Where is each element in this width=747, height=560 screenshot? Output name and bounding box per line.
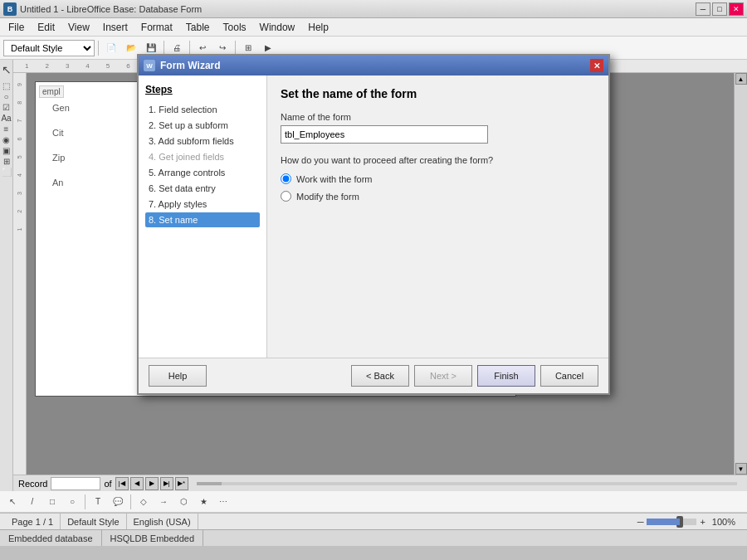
content-title: Set the name of the form: [281, 87, 595, 100]
proceed-question: How do you want to proceed after creatin…: [281, 155, 595, 165]
step-5[interactable]: 5. Arrange controls: [145, 165, 260, 180]
step-6[interactable]: 6. Set data entry: [145, 181, 260, 196]
dialog-title: Form Wizard: [160, 60, 221, 71]
radio-work-with-form[interactable]: Work with the form: [281, 173, 595, 184]
name-label: Name of the form: [281, 112, 595, 122]
proceed-form-group: How do you want to proceed after creatin…: [281, 155, 595, 202]
next-button[interactable]: Next >: [414, 365, 472, 387]
step-3[interactable]: 3. Add subform fields: [145, 134, 260, 149]
radio-work-label: Work with the form: [296, 174, 373, 184]
form-name-input[interactable]: [281, 125, 488, 144]
dialog-overlay: W Form Wizard ✕ Steps 1. Field selection…: [0, 0, 747, 560]
radio-group: Work with the form Modify the form: [281, 173, 595, 202]
step-2[interactable]: 2. Set up a subform: [145, 118, 260, 133]
radio-modify-input[interactable]: [281, 191, 291, 202]
dialog-body: Steps 1. Field selection 2. Set up a sub…: [139, 75, 608, 358]
radio-modify-label: Modify the form: [296, 192, 359, 202]
dialog-icon: W: [144, 60, 155, 71]
steps-heading: Steps: [145, 84, 260, 95]
help-button[interactable]: Help: [149, 365, 207, 387]
steps-panel: Steps 1. Field selection 2. Set up a sub…: [139, 75, 267, 358]
form-wizard-dialog: W Form Wizard ✕ Steps 1. Field selection…: [137, 54, 610, 395]
finish-button[interactable]: Finish: [477, 365, 535, 387]
dialog-title-bar[interactable]: W Form Wizard ✕: [139, 56, 608, 75]
step-4: 4. Get joined fields: [145, 149, 260, 164]
back-button[interactable]: < Back: [351, 365, 409, 387]
radio-modify-form[interactable]: Modify the form: [281, 191, 595, 202]
dialog-footer: Help < Back Next > Finish Cancel: [139, 358, 608, 393]
cancel-button[interactable]: Cancel: [540, 365, 598, 387]
radio-work-input[interactable]: [281, 173, 291, 184]
content-panel: Set the name of the form Name of the for…: [267, 75, 608, 358]
step-8[interactable]: 8. Set name: [145, 212, 260, 227]
name-form-group: Name of the form: [281, 112, 595, 144]
dialog-close-button[interactable]: ✕: [590, 59, 603, 72]
step-7[interactable]: 7. Apply styles: [145, 197, 260, 212]
step-1[interactable]: 1. Field selection: [145, 102, 260, 117]
